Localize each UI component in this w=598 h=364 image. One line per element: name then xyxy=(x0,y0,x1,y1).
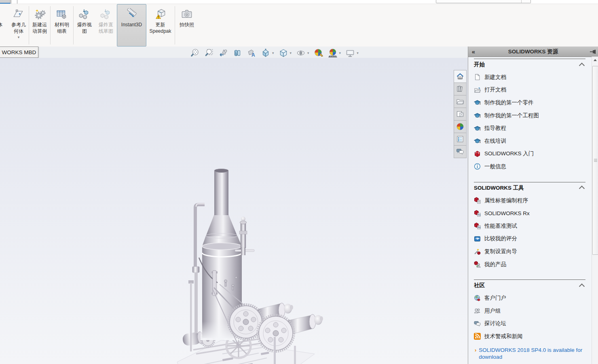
taskpane-item[interactable]: 打开文档 xyxy=(473,84,591,97)
command-tab-label: WORKS MBD xyxy=(2,49,36,55)
section-header[interactable]: 社区 xyxy=(473,280,591,292)
taskpane-tab-custom-properties[interactable] xyxy=(454,133,467,146)
steam-engine-3d-model[interactable] xyxy=(174,163,328,364)
taskpane-item-label: SOLIDWORKS 入门 xyxy=(484,150,534,157)
taskpane-item[interactable]: 一般信息 xyxy=(473,160,591,173)
collapse-chevron-icon[interactable] xyxy=(579,186,585,191)
toolbar-button-new-motion-study[interactable]: 新建运动算例 xyxy=(30,4,50,47)
viewport-zoom-to-area-button[interactable] xyxy=(204,48,214,58)
graphics-viewport[interactable] xyxy=(0,58,468,364)
section-title: 开始 xyxy=(474,61,485,68)
viewport-view-orientation-button[interactable]: ▾ xyxy=(261,48,274,58)
toolbar-button-instant3d[interactable]: Instant3D xyxy=(117,4,146,47)
view-orientation-icon xyxy=(261,48,270,58)
taskpane-item[interactable]: 我的产品 xyxy=(473,258,591,271)
taskpane-item[interactable]: 新建文档 xyxy=(473,71,591,84)
toolbar-button-update-speedpak[interactable]: 更新Speedpak xyxy=(146,4,174,47)
news-link[interactable]: ›SOLIDWORKS 2018 SP4.0 is available for … xyxy=(475,347,588,361)
tutorial-cap-icon xyxy=(474,112,481,119)
taskpane-item[interactable]: 客户门户 xyxy=(473,292,591,305)
toolbar-button-bill-of-materials[interactable]: 材料明细表 xyxy=(51,4,73,47)
section-header[interactable]: 开始 xyxy=(473,59,591,71)
viewport-dynamic-annotation-views-button[interactable]: A xyxy=(247,48,256,58)
taskpane-item[interactable]: 属性标签编制程序 xyxy=(473,194,591,207)
pin-icon[interactable] xyxy=(587,49,598,55)
search-box-sliver[interactable] xyxy=(436,0,531,3)
scrollbar-thumb[interactable] xyxy=(592,66,598,255)
toolbar-button-take-snapshot[interactable]: 拍快照 xyxy=(175,4,198,47)
taskpane-item-label: 我的产品 xyxy=(484,261,506,268)
toolbar-button-label: 爆炸视图 xyxy=(77,21,92,34)
viewport-view-settings-button[interactable]: ▾ xyxy=(345,48,359,58)
toolbar-button-assembly-features[interactable]: 装配体特征 xyxy=(0,4,9,47)
sw-cube-doc-icon xyxy=(474,197,481,204)
dropdown-arrow-icon[interactable]: ▾ xyxy=(307,51,309,55)
info-icon xyxy=(474,163,481,170)
scrollbar-up-arrow-icon[interactable] xyxy=(592,57,598,63)
zoom-to-area-icon xyxy=(204,48,214,58)
taskpane-item[interactable]: 复制设置向导 xyxy=(473,245,591,258)
task-pane: « SOLIDWORKS 资源 开始新建文档打开文档制作我的第一个零件制作我的第… xyxy=(468,47,598,364)
dropdown-arrow-icon[interactable]: ▾ xyxy=(339,51,341,55)
collapse-pane-button[interactable]: « xyxy=(468,48,479,55)
assembly-features-icon xyxy=(0,8,1,20)
taskpane-item[interactable]: 指导教程 xyxy=(473,122,591,135)
viewport-previous-view-button[interactable] xyxy=(218,48,228,58)
taskpane-item-label: 指导教程 xyxy=(484,125,506,132)
toolbar-button-label: 更新Speedpak xyxy=(149,21,171,34)
taskpane-item[interactable]: 探讨论坛 xyxy=(473,317,591,330)
explode-line-sketch-icon xyxy=(100,8,112,20)
viewport-section-view-button[interactable] xyxy=(232,48,242,58)
toolbar-button-exploded-view[interactable]: 爆炸视图 xyxy=(74,4,95,47)
toolbar-separator xyxy=(29,6,29,44)
books-icon xyxy=(456,85,464,93)
svg-text:Rx: Rx xyxy=(478,214,481,216)
taskpane-tab-design-library[interactable] xyxy=(454,83,467,95)
viewport-hide-show-items-button[interactable]: ▾ xyxy=(296,48,309,58)
viewport-display-style-button[interactable]: ▾ xyxy=(279,48,292,58)
collapse-chevron-icon[interactable] xyxy=(579,284,585,289)
taskpane-item[interactable]: 制作我的第一个零件 xyxy=(473,96,591,109)
bom-icon xyxy=(56,8,68,20)
taskpane-item-label: 属性标签编制程序 xyxy=(484,197,528,204)
instant3d-icon xyxy=(126,8,138,20)
toolbar-button-label: 参考几何体 xyxy=(11,21,26,34)
toolbar-button-reference-geometry[interactable]: 参考几何体▾ xyxy=(9,4,28,47)
toolbar-button-explode-line-sketch[interactable]: 爆炸直线草图 xyxy=(95,4,117,47)
taskpane-item[interactable]: 技术警戒和新闻 xyxy=(473,330,591,343)
svg-text:A: A xyxy=(251,52,255,58)
taskpane-tab-file-explorer[interactable] xyxy=(454,95,467,108)
taskpane-item-label: 用户组 xyxy=(484,307,501,315)
taskpane-item[interactable]: 在线培训 xyxy=(473,135,591,148)
task-pane-content: 开始新建文档打开文档制作我的第一个零件制作我的第一个工程图指导教程在线培训SWS… xyxy=(468,57,591,364)
taskpane-tab-appearances-scenes[interactable] xyxy=(454,121,467,133)
taskpane-tab-solidworks-forum[interactable] xyxy=(454,146,467,158)
zoom-to-fit-icon xyxy=(190,48,200,58)
section-header[interactable]: SOLIDWORKS 工具 xyxy=(473,182,591,194)
collapse-chevron-icon[interactable] xyxy=(579,62,585,68)
dropdown-arrow-icon[interactable]: ▾ xyxy=(272,51,274,55)
task-pane-scrollbar[interactable] xyxy=(592,57,598,364)
taskpane-item[interactable]: 比较我的评分 xyxy=(473,233,591,245)
taskpane-item[interactable]: 制作我的第一个工程图 xyxy=(473,109,591,122)
toolbar-button-label: 材料明细表 xyxy=(55,21,69,34)
taskpane-item[interactable]: 用户组 xyxy=(473,305,591,317)
taskpane-tab-view-palette[interactable] xyxy=(454,108,467,121)
dropdown-arrow-icon[interactable]: ▾ xyxy=(357,51,359,55)
motion-study-icon xyxy=(34,8,46,20)
dropdown-arrow-icon[interactable]: ▾ xyxy=(18,36,20,39)
command-tab-solidworks-mbd[interactable]: WORKS MBD xyxy=(0,47,38,58)
display-style-icon xyxy=(279,48,288,58)
taskpane-item[interactable]: SWSOLIDWORKS 入门 xyxy=(473,148,591,161)
viewport-zoom-to-fit-button[interactable] xyxy=(190,48,200,58)
taskpane-item[interactable]: RxSOLIDWORKS Rx xyxy=(473,207,591,220)
viewport-edit-appearance-button[interactable] xyxy=(314,48,323,58)
dropdown-arrow-icon[interactable]: ▾ xyxy=(290,51,292,55)
viewport-apply-scene-button[interactable]: ▾ xyxy=(328,48,341,58)
section-title: SOLIDWORKS 工具 xyxy=(474,184,524,192)
home-icon xyxy=(456,72,464,80)
taskpane-tab-solidworks-resources[interactable] xyxy=(454,70,467,83)
taskpane-item[interactable]: Rx性能基准测试 xyxy=(473,220,591,233)
scrollbar-grip xyxy=(594,159,597,162)
toolbar-separator xyxy=(73,6,74,44)
